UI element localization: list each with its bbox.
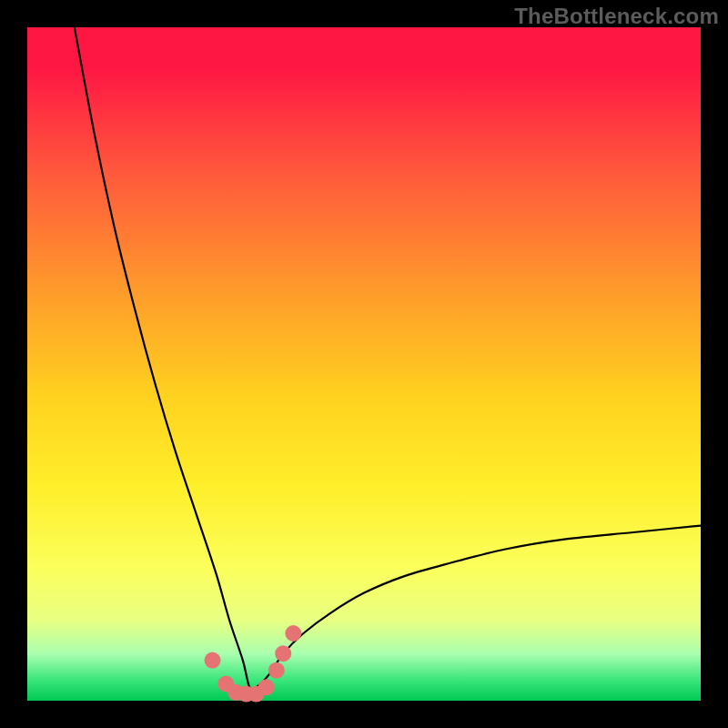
marker-dot [275,645,291,662]
plot-area [27,27,701,701]
marker-dot [285,625,301,642]
watermark-text: TheBottleneck.com [514,4,719,29]
marker-dot [205,652,221,669]
chart-svg [27,27,701,701]
marker-dot [268,662,285,679]
bottleneck-curve [75,27,701,690]
chart-frame: TheBottleneck.com [0,0,728,728]
marker-dot [258,679,275,695]
highlighted-points [205,625,302,703]
